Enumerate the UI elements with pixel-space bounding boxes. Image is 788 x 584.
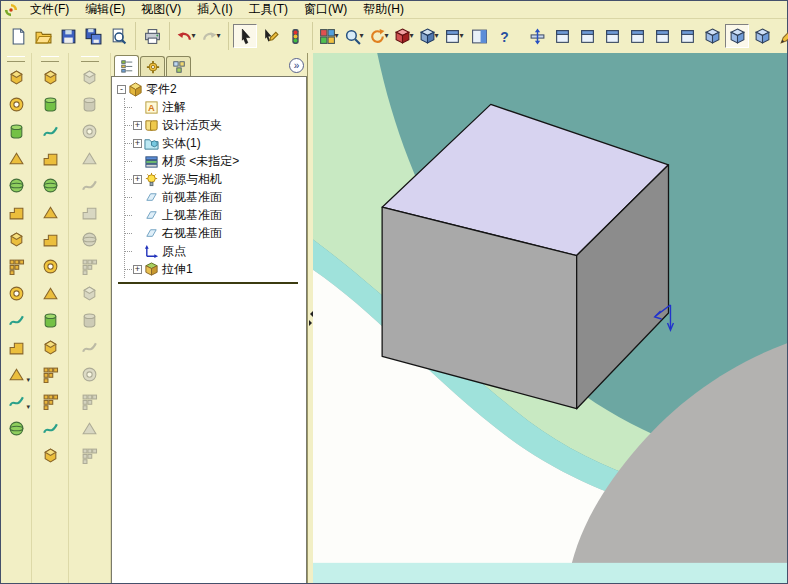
tree-item-design-binder[interactable]: + 设计活页夹 bbox=[125, 116, 306, 134]
print-preview-button[interactable] bbox=[106, 24, 130, 48]
sketch-tool-5-button[interactable] bbox=[78, 173, 102, 197]
menu-tools[interactable]: 工具(T) bbox=[241, 1, 296, 18]
view-orientation-button[interactable]: ▾ bbox=[442, 24, 466, 48]
chamfer-button[interactable] bbox=[38, 200, 62, 224]
selection-filter-button[interactable] bbox=[283, 24, 307, 48]
rib-button[interactable] bbox=[38, 227, 62, 251]
menu-insert[interactable]: 插入(I) bbox=[189, 1, 240, 18]
rollback-bar[interactable] bbox=[118, 282, 298, 284]
shell-button[interactable] bbox=[38, 254, 62, 278]
save-all-button[interactable] bbox=[81, 24, 105, 48]
left-tool-5-button[interactable] bbox=[4, 173, 28, 197]
open-document-button[interactable] bbox=[31, 24, 55, 48]
tree-item-material[interactable]: 材质 <未指定> bbox=[125, 152, 306, 170]
reference-geometry-button[interactable] bbox=[38, 443, 62, 467]
expander-toggle[interactable]: + bbox=[133, 175, 142, 184]
select-other-button[interactable] bbox=[258, 24, 282, 48]
print-button[interactable] bbox=[140, 24, 164, 48]
normal-to-view-button[interactable] bbox=[525, 24, 549, 48]
left-tool-6-button[interactable] bbox=[4, 200, 28, 224]
left-view-button[interactable] bbox=[600, 24, 624, 48]
new-document-button[interactable] bbox=[6, 24, 30, 48]
sketch-tool-8-button[interactable] bbox=[78, 254, 102, 278]
propertymanager-tab[interactable] bbox=[140, 56, 165, 76]
toolbar-drag-handle[interactable] bbox=[41, 56, 59, 62]
featuremanager-tab[interactable] bbox=[114, 55, 139, 76]
sketch-tool-9-button[interactable] bbox=[78, 281, 102, 305]
left-tool-9-button[interactable] bbox=[4, 281, 28, 305]
dropdown-arrow-icon[interactable]: ▾ bbox=[459, 32, 463, 40]
tree-item-solid-bodies[interactable]: + 实体(1) bbox=[125, 134, 306, 152]
left-tool-2-button[interactable] bbox=[4, 92, 28, 116]
hole-wizard-button[interactable] bbox=[38, 308, 62, 332]
left-tool-3-button[interactable] bbox=[4, 119, 28, 143]
revolve-boss-button[interactable] bbox=[38, 92, 62, 116]
tree-item-part[interactable]: - 零件2 bbox=[116, 80, 306, 98]
draft-button[interactable] bbox=[38, 281, 62, 305]
bottom-view-button[interactable] bbox=[675, 24, 699, 48]
sketch-toggle-button[interactable]: ▾ bbox=[317, 24, 341, 48]
tree-item-extrude1[interactable]: + 拉伸1 bbox=[125, 260, 306, 278]
isometric-view-button[interactable] bbox=[700, 24, 724, 48]
left-tool-14-button[interactable] bbox=[4, 416, 28, 440]
sketch-tool-7-button[interactable] bbox=[78, 227, 102, 251]
mirror-feature-button[interactable] bbox=[38, 335, 62, 359]
left-tool-11-button[interactable] bbox=[4, 335, 28, 359]
redo-button[interactable]: ▾ bbox=[199, 24, 223, 48]
sketch-tool-13-button[interactable] bbox=[78, 389, 102, 413]
select-button[interactable] bbox=[233, 24, 257, 48]
display-style-button[interactable]: ▾ bbox=[417, 24, 441, 48]
tree-item-origin[interactable]: 原点 bbox=[125, 242, 306, 260]
expander-toggle[interactable]: - bbox=[117, 85, 126, 94]
dropdown-arrow-icon[interactable]: ▾ bbox=[409, 32, 413, 40]
menu-help[interactable]: 帮助(H) bbox=[355, 1, 412, 18]
expander-toggle[interactable]: + bbox=[133, 139, 142, 148]
sketch-tool-10-button[interactable] bbox=[78, 308, 102, 332]
dropdown-arrow-icon[interactable]: ▾ bbox=[191, 32, 195, 40]
tree-item-front-plane[interactable]: 前视基准面 bbox=[125, 188, 306, 206]
dropdown-arrow-icon[interactable]: ▾ bbox=[359, 32, 363, 40]
back-view-button[interactable] bbox=[575, 24, 599, 48]
tree-item-top-plane[interactable]: 上视基准面 bbox=[125, 206, 306, 224]
sketch-tool-12-button[interactable] bbox=[78, 362, 102, 386]
left-tool-13-button[interactable]: ▾ bbox=[4, 389, 28, 413]
edit-sketch-button[interactable] bbox=[775, 24, 788, 48]
circular-pattern-button[interactable] bbox=[38, 389, 62, 413]
menu-file[interactable]: 文件(F) bbox=[22, 1, 77, 18]
top-view-button[interactable] bbox=[650, 24, 674, 48]
sketch-tool-3-button[interactable] bbox=[78, 119, 102, 143]
menu-view[interactable]: 视图(V) bbox=[133, 1, 189, 18]
left-tool-12-button[interactable]: ▾ bbox=[4, 362, 28, 386]
dropdown-arrow-icon[interactable]: ▾ bbox=[334, 32, 338, 40]
sketch-tool-2-button[interactable] bbox=[78, 92, 102, 116]
sketch-tool-14-button[interactable] bbox=[78, 416, 102, 440]
dropdown-arrow-icon[interactable]: ▾ bbox=[384, 32, 388, 40]
sketch-tool-6-button[interactable] bbox=[78, 200, 102, 224]
linear-pattern-button[interactable] bbox=[38, 362, 62, 386]
dropdown-arrow-icon[interactable]: ▾ bbox=[434, 32, 438, 40]
toolbar-drag-handle[interactable] bbox=[81, 56, 99, 62]
sketch-tool-1-button[interactable] bbox=[78, 65, 102, 89]
sketch-tool-15-button[interactable] bbox=[78, 443, 102, 467]
sketch-tool-4-button[interactable] bbox=[78, 146, 102, 170]
expander-toggle[interactable]: + bbox=[133, 265, 142, 274]
tree-item-right-plane[interactable]: 右视基准面 bbox=[125, 224, 306, 242]
trimetric-view-button[interactable] bbox=[725, 24, 749, 48]
graphics-viewport[interactable] bbox=[313, 53, 787, 583]
left-tool-8-button[interactable] bbox=[4, 254, 28, 278]
zoom-tools-button[interactable]: ▾ bbox=[342, 24, 366, 48]
tree-item-lights-cameras[interactable]: + 光源与相机 bbox=[125, 170, 306, 188]
left-tool-4-button[interactable] bbox=[4, 146, 28, 170]
dropdown-arrow-icon[interactable]: ▾ bbox=[26, 403, 30, 411]
fillet-button[interactable] bbox=[38, 173, 62, 197]
toolbar-drag-handle[interactable] bbox=[7, 56, 25, 62]
collapse-panel-button[interactable]: » bbox=[289, 58, 304, 73]
rotate-view-button[interactable]: ▾ bbox=[367, 24, 391, 48]
extrude-boss-button[interactable] bbox=[38, 65, 62, 89]
loft-button[interactable] bbox=[38, 146, 62, 170]
left-tool-7-button[interactable] bbox=[4, 227, 28, 251]
dimetric-view-button[interactable] bbox=[750, 24, 774, 48]
section-view-button[interactable]: ▾ bbox=[392, 24, 416, 48]
viewport-canvas[interactable] bbox=[313, 53, 787, 583]
task-pane-button[interactable] bbox=[467, 24, 491, 48]
